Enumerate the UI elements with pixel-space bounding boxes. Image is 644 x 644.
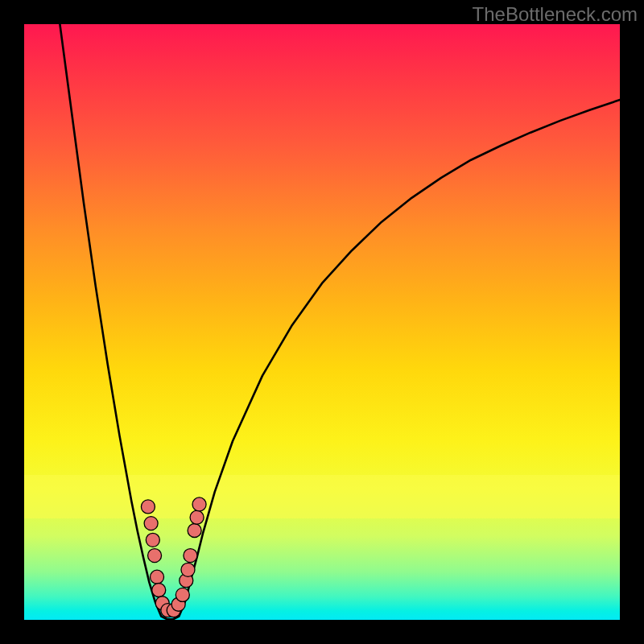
data-point [151, 570, 164, 584]
data-point [190, 510, 204, 524]
data-point [175, 588, 189, 601]
bottleneck-curve [60, 24, 620, 619]
data-point [192, 497, 206, 511]
data-point [146, 533, 159, 547]
chart-svg [24, 24, 620, 620]
data-point [144, 517, 158, 530]
data-point [141, 500, 155, 514]
data-point [181, 563, 195, 576]
curve-group [60, 24, 620, 619]
marker-group [141, 497, 206, 617]
data-point [184, 549, 197, 563]
data-point [188, 523, 201, 537]
data-point [148, 549, 162, 563]
watermark-text: TheBottleneck.com [473, 3, 638, 26]
data-point [152, 583, 166, 597]
chart-stage: TheBottleneck.com [0, 0, 644, 644]
